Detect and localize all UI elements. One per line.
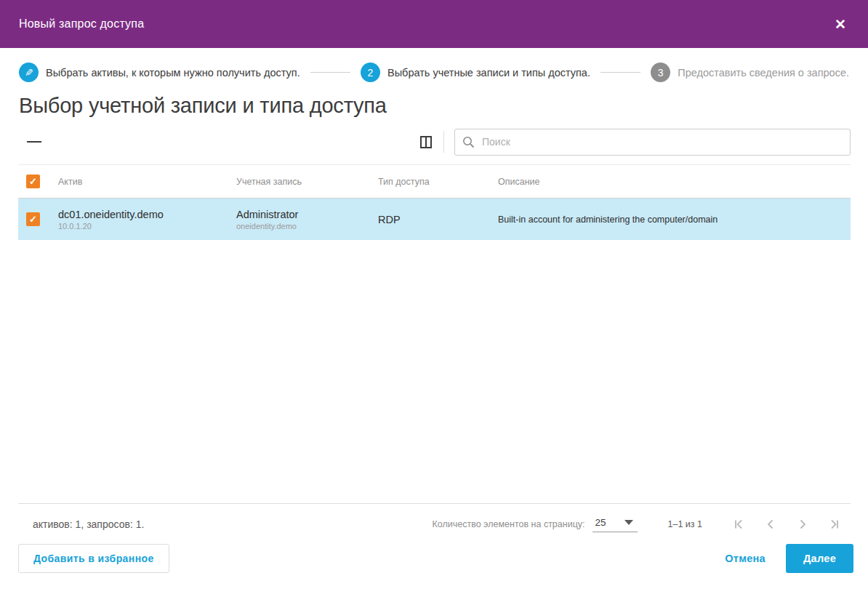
step-connector <box>310 72 350 73</box>
account-name: Administrator <box>236 209 378 220</box>
step-2-label: Выбрать учетные записи и типы доступа. <box>387 67 590 79</box>
next-page-button[interactable] <box>787 513 819 535</box>
step-2-circle: 2 <box>361 63 380 82</box>
previous-page-button[interactable] <box>755 513 787 535</box>
toolbar-divider <box>443 131 444 153</box>
step-2[interactable]: 2 Выбрать учетные записи и типы доступа. <box>361 63 590 82</box>
column-header-access-type[interactable]: Тип доступа <box>378 177 498 187</box>
table-row[interactable]: ✓ dc01.oneidentity.demo 10.0.1.20 Admini… <box>18 199 851 240</box>
pagination <box>723 513 851 535</box>
column-header-asset[interactable]: Актив <box>58 177 236 187</box>
column-header-description[interactable]: Описание <box>498 177 851 187</box>
column-chooser-icon[interactable] <box>420 136 432 148</box>
page-range-label: 1–1 из 1 <box>668 519 702 529</box>
cell-asset: dc01.oneidentity.demo 10.0.1.20 <box>58 209 236 231</box>
step-3-circle: 3 <box>651 63 670 82</box>
close-icon[interactable]: ✕ <box>832 15 849 34</box>
previous-page-icon <box>764 518 777 531</box>
page-size-value: 25 <box>595 517 606 528</box>
step-3-label: Предоставить сведения о запросе. <box>678 67 849 79</box>
selection-summary: активов: 1, запросов: 1. <box>18 518 144 530</box>
dialog-header: Новый запрос доступа ✕ <box>0 0 868 48</box>
row-checkbox[interactable]: ✓ <box>26 212 40 226</box>
pencil-icon: ✎ <box>25 67 33 79</box>
table-header-row: ✓ Актив Учетная запись Тип доступа Описа… <box>18 164 851 199</box>
page-size-select[interactable]: 25 <box>592 516 638 532</box>
footer-bar: активов: 1, запросов: 1. Количество элем… <box>18 504 851 544</box>
first-page-button[interactable] <box>723 513 755 535</box>
wizard-stepper: ✎ Выбрать активы, к которым нужно получи… <box>19 63 849 82</box>
search-icon <box>462 136 475 148</box>
empty-area <box>0 240 868 503</box>
step-3: 3 Предоставить сведения о запросе. <box>651 63 849 82</box>
actions-bar: Добавить в избранное Отмена Далее <box>0 544 868 589</box>
search-box[interactable] <box>454 129 851 156</box>
column-header-account[interactable]: Учетная запись <box>236 177 378 187</box>
dialog-title: Новый запрос доступа <box>19 17 144 31</box>
last-page-button[interactable] <box>819 513 851 535</box>
step-connector <box>600 72 640 73</box>
asset-ip: 10.0.1.20 <box>58 222 236 231</box>
next-button[interactable]: Далее <box>786 544 853 573</box>
check-icon: ✓ <box>29 176 37 187</box>
search-input[interactable] <box>482 136 843 148</box>
cancel-button[interactable]: Отмена <box>725 553 765 564</box>
page-size-label: Количество элементов на страницу: <box>433 519 585 529</box>
cell-access-type: RDP <box>378 214 498 225</box>
table-toolbar: — <box>18 128 851 156</box>
select-all-checkbox[interactable]: ✓ <box>26 175 40 188</box>
add-favorite-button[interactable]: Добавить в избранное <box>18 544 169 573</box>
step-1-circle: ✎ <box>19 63 39 82</box>
asset-name: dc01.oneidentity.demo <box>58 209 236 220</box>
first-page-icon <box>732 518 745 531</box>
cell-description: Built-in account for administering the c… <box>498 215 851 225</box>
account-domain: oneidentity.demo <box>236 222 378 231</box>
cell-account: Administrator oneidentity.demo <box>236 209 378 231</box>
next-page-icon <box>796 518 809 531</box>
check-icon: ✓ <box>29 214 37 225</box>
results-table: ✓ Актив Учетная запись Тип доступа Описа… <box>18 164 851 240</box>
step-1[interactable]: ✎ Выбрать активы, к которым нужно получи… <box>19 63 300 82</box>
chevron-down-icon <box>624 520 633 525</box>
step-1-label: Выбрать активы, к которым нужно получить… <box>46 67 300 79</box>
deselect-all-icon[interactable]: — <box>18 133 50 151</box>
page-title: Выбор учетной записи и типа доступа <box>19 94 849 118</box>
last-page-icon <box>828 518 841 531</box>
